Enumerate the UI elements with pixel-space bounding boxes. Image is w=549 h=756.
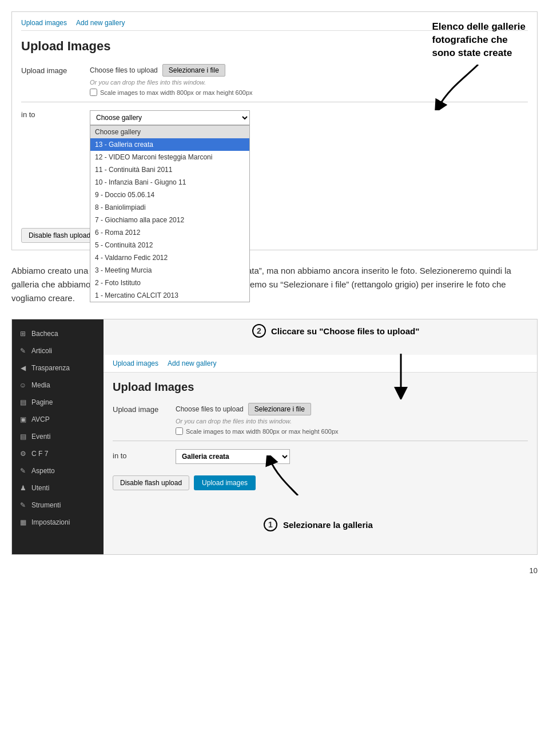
into-label-2: in to bbox=[113, 449, 176, 460]
into-row-2: in to Galleria creata bbox=[113, 449, 528, 464]
sidebar-label-utenti: Utenti bbox=[31, 484, 49, 492]
scale-label-2: Scale images to max width 800px or max h… bbox=[186, 428, 339, 435]
scale-checkbox[interactable] bbox=[90, 89, 97, 96]
sidebar-item-pagine[interactable]: ▤ Pagine bbox=[12, 394, 104, 411]
sidebar-label-bacheca: Bacheca bbox=[31, 330, 58, 338]
select-file-button-2[interactable]: Selezionare i file bbox=[248, 403, 311, 415]
sidebar-item-cf7[interactable]: ⚙ C F 7 bbox=[12, 445, 104, 462]
drop-hint-2: Or you can drop the files into this wind… bbox=[176, 418, 528, 425]
dropdown-item-11[interactable]: 2 - Foto Istituto bbox=[90, 277, 249, 289]
dropdown-item-8[interactable]: 5 - Continuità 2012 bbox=[90, 239, 249, 251]
sidebar-item-media[interactable]: ☺ Media bbox=[12, 377, 104, 394]
sidebar-item-bacheca[interactable]: ⊞ Bacheca bbox=[12, 325, 104, 342]
sidebar-item-trasparenza[interactable]: ◀ Trasparenza bbox=[12, 359, 104, 377]
dashboard-icon: ⊞ bbox=[19, 330, 27, 338]
upload-images-button-2[interactable]: Upload images bbox=[194, 475, 256, 490]
into-row: in to Choose gallery Choose gallery 13 -… bbox=[21, 110, 528, 125]
arrow-up-1 bbox=[264, 455, 309, 497]
gallery-dropdown[interactable]: Choose gallery Choose gallery 13 - Galle… bbox=[90, 110, 250, 125]
dropdown-item-5[interactable]: 8 - Baniolimpiadi bbox=[90, 201, 249, 214]
sidebar-item-strumenti[interactable]: ✎ Strumenti bbox=[12, 497, 104, 514]
dropdown-item-10[interactable]: 3 - Meeting Murcia bbox=[90, 264, 249, 277]
page-number: 10 bbox=[11, 566, 538, 575]
action-buttons-bottom: Disable flash upload Upload images bbox=[113, 475, 528, 490]
impostazioni-icon: ▦ bbox=[19, 518, 27, 526]
dropdown-item-4[interactable]: 9 - Doccio 05.06.14 bbox=[90, 189, 249, 201]
utenti-icon: ♟ bbox=[19, 484, 27, 492]
page-title-bottom: Upload Images bbox=[113, 381, 528, 394]
article-icon: ✎ bbox=[19, 347, 27, 355]
dropdown-item-9[interactable]: 4 - Valdarno Fedic 2012 bbox=[90, 251, 249, 264]
dropdown-open-list[interactable]: Choose gallery 13 - Galleria creata 12 -… bbox=[90, 125, 250, 302]
sidebar: ⊞ Bacheca ✎ Articoli ◀ Trasparenza ☺ Med… bbox=[12, 319, 104, 554]
trasparenza-icon: ◀ bbox=[19, 364, 27, 372]
annotation-1: 1 Selezionare la galleria bbox=[264, 518, 373, 531]
sidebar-label-articoli: Articoli bbox=[31, 347, 52, 355]
tab-add-gallery[interactable]: Add new gallery bbox=[76, 19, 125, 27]
sidebar-item-eventi[interactable]: ▤ Eventi bbox=[12, 428, 104, 445]
annotation-2: 2 Cliccare su "Choose files to upload" bbox=[252, 324, 419, 338]
dropdown-item-12[interactable]: 1 - Mercatino CALCIT 2013 bbox=[90, 289, 249, 302]
upload-label-2: Upload image bbox=[113, 403, 176, 414]
annotation-arrow-top bbox=[432, 65, 490, 110]
annotation-text-2: Cliccare su "Choose files to upload" bbox=[271, 326, 419, 336]
sidebar-label-aspetto: Aspetto bbox=[31, 467, 55, 475]
sidebar-item-aspetto[interactable]: ✎ Aspetto bbox=[12, 462, 104, 479]
sidebar-label-media: Media bbox=[31, 381, 50, 389]
dropdown-item-header[interactable]: Choose gallery bbox=[90, 126, 249, 138]
sidebar-label-trasparenza: Trasparenza bbox=[31, 364, 70, 372]
gallery-select-top[interactable]: Choose gallery bbox=[90, 110, 250, 125]
eventi-icon: ▤ bbox=[19, 433, 27, 441]
cf7-icon: ⚙ bbox=[19, 450, 27, 458]
sidebar-label-eventi: Eventi bbox=[31, 433, 50, 441]
sidebar-label-impostazioni: Impostazioni bbox=[31, 518, 70, 526]
upload-controls-2: Choose files to upload Selezionare i fil… bbox=[176, 403, 528, 435]
tab-upload-bottom[interactable]: Upload images bbox=[113, 359, 158, 367]
dropdown-item-3[interactable]: 10 - Infanzia Bani - Giugno 11 bbox=[90, 176, 249, 189]
into-label: in to bbox=[21, 110, 90, 119]
tab-bar-bottom: Upload images Add new gallery bbox=[104, 355, 537, 373]
top-annotation: Elenco delle gallerie fotografiche che s… bbox=[432, 21, 526, 110]
bottom-screenshot: ⊞ Bacheca ✎ Articoli ◀ Trasparenza ☺ Med… bbox=[11, 319, 538, 555]
media-icon: ☺ bbox=[19, 381, 27, 389]
aspetto-icon: ✎ bbox=[19, 467, 27, 475]
dropdown-item-2[interactable]: 11 - Continuità Bani 2011 bbox=[90, 163, 249, 176]
sidebar-item-utenti[interactable]: ♟ Utenti bbox=[12, 479, 104, 497]
sidebar-item-avcp[interactable]: ▣ AVCP bbox=[12, 411, 104, 428]
arrow-down-2 bbox=[384, 354, 418, 401]
top-screenshot: Elenco delle gallerie fotografiche che s… bbox=[11, 11, 538, 250]
dropdown-item-0[interactable]: 13 - Galleria creata bbox=[90, 138, 249, 151]
scale-checkbox-2[interactable] bbox=[176, 427, 183, 435]
main-content-bottom: 2 Cliccare su "Choose files to upload" U… bbox=[104, 319, 537, 554]
avcp-icon: ▣ bbox=[19, 415, 27, 423]
dropdown-item-6[interactable]: 7 - Giochiamo alla pace 2012 bbox=[90, 214, 249, 226]
sidebar-label-avcp: AVCP bbox=[31, 415, 50, 423]
choose-files-label: Choose files to upload bbox=[90, 66, 158, 74]
sidebar-item-articoli[interactable]: ✎ Articoli bbox=[12, 342, 104, 359]
strumenti-icon: ✎ bbox=[19, 501, 27, 509]
disable-flash-button-2[interactable]: Disable flash upload bbox=[113, 475, 189, 490]
sidebar-item-impostazioni[interactable]: ▦ Impostazioni bbox=[12, 514, 104, 531]
pages-icon: ▤ bbox=[19, 398, 27, 406]
annotation-callout-top: Elenco delle gallerie fotografiche che s… bbox=[432, 21, 526, 60]
sidebar-label-pagine: Pagine bbox=[31, 398, 53, 406]
upload-label: Upload image bbox=[21, 64, 90, 75]
sidebar-label-strumenti: Strumenti bbox=[31, 501, 61, 509]
select-file-button[interactable]: Selezionare i file bbox=[162, 64, 225, 77]
scale-label: Scale images to max width 800px or max h… bbox=[100, 89, 253, 96]
upload-image-row-2: Upload image Choose files to upload Sele… bbox=[113, 403, 528, 435]
annotation-text-1: Selezionare la galleria bbox=[283, 520, 373, 530]
dropdown-item-1[interactable]: 12 - VIDEO Marconi festeggia Marconi bbox=[90, 151, 249, 163]
dropdown-item-7[interactable]: 6 - Roma 2012 bbox=[90, 226, 249, 239]
circle-2: 2 bbox=[252, 324, 266, 338]
circle-1: 1 bbox=[264, 518, 277, 531]
disable-flash-button[interactable]: Disable flash upload bbox=[21, 228, 98, 243]
choose-files-label-2: Choose files to upload bbox=[176, 405, 244, 413]
tab-upload-images[interactable]: Upload images bbox=[21, 19, 67, 27]
sidebar-label-cf7: C F 7 bbox=[31, 450, 48, 458]
tab-gallery-bottom[interactable]: Add new gallery bbox=[168, 359, 216, 367]
